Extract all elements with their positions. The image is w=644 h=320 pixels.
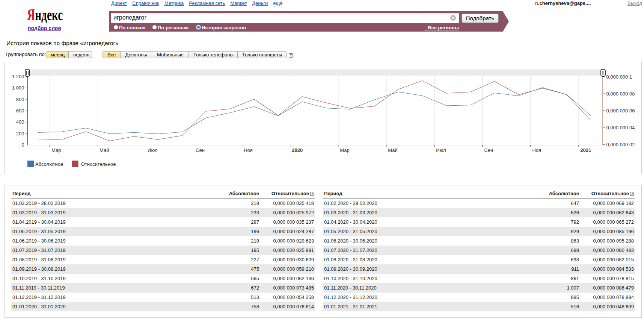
svg-text:1 200: 1 200: [12, 74, 24, 79]
svg-text:0,000 000 08: 0,000 000 08: [606, 91, 635, 97]
svg-text:600: 600: [16, 108, 24, 114]
svg-text:400: 400: [16, 119, 24, 125]
svg-text:0,000 000 1: 0,000 000 1: [606, 74, 632, 80]
svg-text:800: 800: [16, 97, 24, 102]
svg-text:0,000 000 02: 0,000 000 02: [606, 142, 635, 147]
svg-text:Ноя: Ноя: [532, 147, 541, 153]
svg-text:1 000: 1 000: [12, 85, 24, 91]
svg-text:Сен: Сен: [196, 147, 205, 153]
svg-text:Мар: Мар: [340, 147, 349, 153]
svg-text:Сен: Сен: [484, 147, 493, 153]
svg-text:0,000 000 06: 0,000 000 06: [606, 108, 635, 114]
svg-text:Абсолютное: Абсолютное: [35, 161, 63, 167]
svg-text:Май: Май: [388, 147, 397, 153]
svg-text:0,000 000 04: 0,000 000 04: [606, 125, 635, 130]
svg-text:Май: Май: [100, 147, 109, 153]
svg-text:0: 0: [21, 142, 24, 148]
svg-text:200: 200: [16, 131, 24, 136]
svg-text:Июл: Июл: [148, 147, 157, 153]
svg-text:Мар: Мар: [51, 147, 61, 153]
svg-text:Ноя: Ноя: [244, 147, 253, 153]
svg-text:2021: 2021: [581, 147, 591, 153]
svg-text:Относительное: Относительное: [81, 161, 116, 167]
svg-text:Июл: Июл: [436, 147, 446, 153]
svg-text:2020: 2020: [292, 147, 303, 153]
